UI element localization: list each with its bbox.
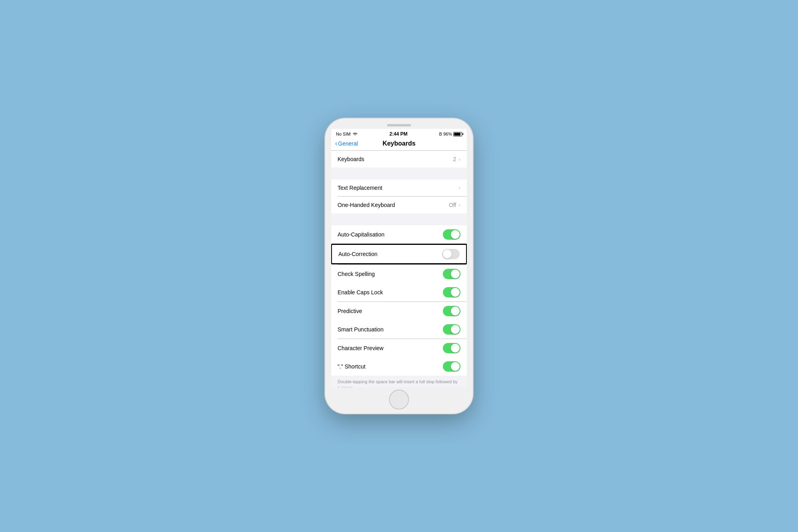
footer-note: Double-tapping the space bar will insert… <box>331 376 467 387</box>
status-time: 2:44 PM <box>389 131 407 137</box>
nav-title: Keyboards <box>383 140 416 147</box>
character-preview-toggle[interactable] <box>443 343 460 353</box>
divider-2 <box>331 213 467 225</box>
text-replacement-row[interactable]: Text Replacement › <box>331 179 467 196</box>
phone-screen: No SIM 2:44 PM B 96% ‹ <box>331 129 467 387</box>
check-spelling-row[interactable]: Check Spelling <box>331 265 467 283</box>
one-handed-label: One-Handed Keyboard <box>338 202 395 208</box>
back-chevron-icon: ‹ <box>335 140 337 147</box>
home-button[interactable] <box>389 390 409 410</box>
auto-capitalisation-thumb <box>451 230 460 239</box>
smart-punctuation-thumb <box>451 325 460 334</box>
secondary-section: Text Replacement › One-Handed Keyboard O… <box>331 179 467 213</box>
screen-content[interactable]: Keyboards 2 › Text Replacement › <box>331 151 467 387</box>
enable-caps-lock-thumb <box>451 288 460 297</box>
text-replacement-right: › <box>458 185 460 191</box>
status-bar: No SIM 2:44 PM B 96% <box>331 129 467 138</box>
keyboards-value: 2 <box>453 156 456 162</box>
auto-correction-toggle[interactable] <box>442 249 460 259</box>
battery-percent: 96% <box>443 132 452 136</box>
carrier-label: No SIM <box>336 132 351 136</box>
keyboards-row[interactable]: Keyboards 2 › <box>331 151 467 167</box>
auto-capitalisation-label: Auto-Capitalisation <box>338 231 385 238</box>
auto-capitalisation-toggle[interactable] <box>443 229 460 240</box>
auto-correction-label: Auto-Correction <box>338 251 377 257</box>
auto-correction-row[interactable]: Auto-Correction <box>331 244 467 264</box>
predictive-label: Predictive <box>338 308 362 314</box>
keyboards-label: Keyboards <box>338 156 364 162</box>
smart-punctuation-row[interactable]: Smart Punctuation <box>331 320 467 339</box>
enable-caps-lock-row[interactable]: Enable Caps Lock <box>331 283 467 301</box>
shortcut-toggle[interactable] <box>443 361 460 372</box>
auto-correction-thumb <box>443 250 452 258</box>
phone-frame: No SIM 2:44 PM B 96% ‹ <box>325 118 473 414</box>
smart-punctuation-label: Smart Punctuation <box>338 326 383 333</box>
status-right: B 96% <box>439 132 462 136</box>
smart-punctuation-toggle[interactable] <box>443 324 460 335</box>
one-handed-chevron-icon: › <box>458 202 460 208</box>
text-replacement-chevron-icon: › <box>458 185 460 191</box>
shortcut-label: "." Shortcut <box>338 363 365 370</box>
enable-caps-lock-toggle[interactable] <box>443 287 460 298</box>
wifi-icon <box>352 132 358 136</box>
keyboards-right: 2 › <box>453 156 460 162</box>
keyboards-section: Keyboards 2 › <box>331 151 467 167</box>
shortcut-row[interactable]: "." Shortcut <box>331 357 467 376</box>
back-label[interactable]: General <box>338 140 358 147</box>
check-spelling-label: Check Spelling <box>338 271 375 277</box>
one-handed-value: Off <box>449 202 456 208</box>
auto-capitalisation-row[interactable]: Auto-Capitalisation <box>331 225 467 244</box>
shortcut-thumb <box>451 362 460 371</box>
predictive-thumb <box>451 307 460 315</box>
character-preview-label: Character Preview <box>338 345 383 351</box>
one-handed-right: Off › <box>449 202 460 208</box>
predictive-row[interactable]: Predictive <box>331 302 467 320</box>
character-preview-thumb <box>451 344 460 353</box>
check-spelling-thumb <box>451 270 460 278</box>
text-replacement-label: Text Replacement <box>338 185 382 191</box>
status-left: No SIM <box>336 132 358 136</box>
divider-1 <box>331 167 467 179</box>
bluetooth-icon: B <box>439 132 442 136</box>
enable-caps-lock-label: Enable Caps Lock <box>338 289 383 296</box>
character-preview-row[interactable]: Character Preview <box>331 339 467 357</box>
check-spelling-toggle[interactable] <box>443 269 460 279</box>
predictive-toggle[interactable] <box>443 306 460 316</box>
keyboards-chevron-icon: › <box>458 156 460 162</box>
battery-icon <box>453 132 462 136</box>
phone-speaker <box>387 124 411 126</box>
one-handed-keyboard-row[interactable]: One-Handed Keyboard Off › <box>331 197 467 213</box>
back-button[interactable]: ‹ General <box>335 140 358 147</box>
nav-bar: ‹ General Keyboards <box>331 138 467 151</box>
toggles-section: Auto-Capitalisation Auto-Correction <box>331 225 467 376</box>
